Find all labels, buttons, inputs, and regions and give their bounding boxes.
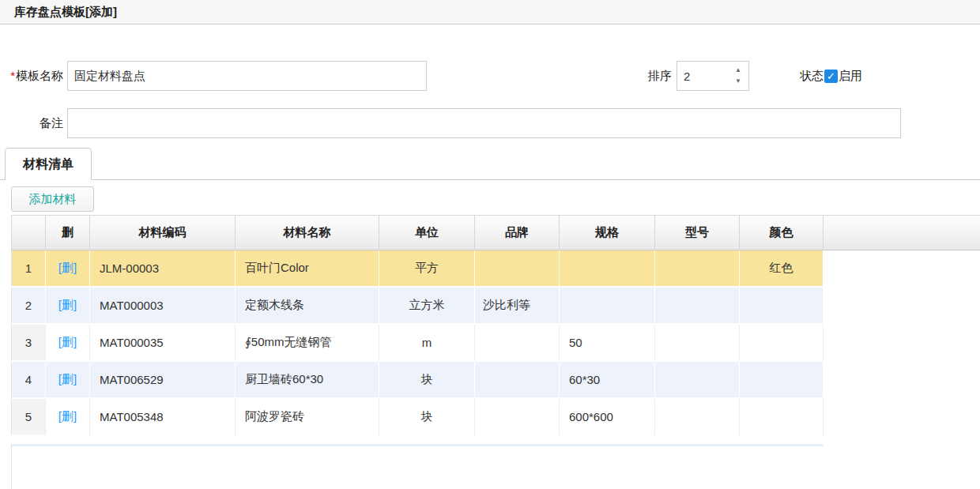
cell-model [655,325,740,362]
cell-material-name: 阿波罗瓷砖 [236,399,379,436]
row-index-cell: 5 [11,399,46,436]
column-header: 型号 [655,215,740,250]
spinner-up-icon[interactable]: ▲ [735,67,741,73]
cell-brand [475,362,560,399]
cell-unit: 平方 [379,250,475,288]
page-title: 库存盘点模板[添加] [0,0,980,24]
cell-material-name: 厨卫墙砖60*30 [236,362,379,399]
row-filler [824,325,980,362]
cell-unit: 块 [379,362,475,399]
template-name-input[interactable] [67,61,427,91]
cell-material-code: MAT000003 [90,288,236,325]
cell-unit: 立方米 [379,288,475,325]
column-header: 单位 [379,215,475,250]
row-filler [824,250,980,288]
row-filler [824,362,980,399]
cell-material-code: JLM-00003 [90,250,236,288]
cell-spec: 50 [560,325,655,362]
remark-input[interactable] [67,108,901,138]
row-delete-cell: [删] [46,250,90,288]
delete-row-link[interactable]: [删] [58,298,77,311]
cell-color [740,362,824,399]
column-header: 规格 [560,215,655,250]
cell-color: 红色 [740,250,824,288]
delete-row-link[interactable]: [删] [58,261,77,274]
column-header: 材料名称 [236,215,379,250]
delete-row-link[interactable]: [删] [58,409,77,423]
table-row: 3 [删] MAT000035 ∮50mm无缝钢管 m 50 [11,325,980,362]
column-header: 颜色 [740,215,824,250]
cell-model [655,250,740,288]
tab-bar: 材料清单 [0,149,980,180]
add-material-button[interactable]: 添加材料 [11,186,94,212]
cell-material-code: MAT006529 [90,362,236,399]
delete-row-link[interactable]: [删] [58,372,77,386]
row-delete-cell: [删] [46,399,90,436]
tab-material-list[interactable]: 材料清单 [5,148,92,180]
row-filler [824,399,980,436]
column-header [11,215,46,250]
panel-left-edge [11,444,12,489]
cell-spec [560,288,655,325]
delete-row-link[interactable]: [删] [58,335,77,348]
status-checkbox[interactable] [824,70,838,83]
row-filler [824,288,980,325]
row-index-cell: 2 [11,288,46,325]
cell-spec: 600*600 [560,399,655,436]
status-checkbox-label: 启用 [839,69,862,84]
cell-brand [475,250,560,288]
material-table: 删材料编码材料名称单位品牌规格型号颜色 1 [删] JLM-00003 百叶门C… [11,215,980,436]
column-header: 删 [46,215,90,250]
row-index-cell: 4 [11,362,46,399]
sort-label: 排序 [609,61,672,91]
column-header [824,215,980,250]
spinner-arrows: ▲ ▼ [735,61,741,91]
cell-unit: m [379,325,475,362]
cell-brand [475,325,560,362]
template-name-label: *模板名称 [0,61,63,91]
table-bottom-strip [12,444,824,446]
cell-material-name: 百叶门Color [236,250,379,288]
table-row: 4 [删] MAT006529 厨卫墙砖60*30 块 60*30 [11,362,980,399]
column-header: 材料编码 [90,215,236,250]
row-index-cell: 3 [11,325,46,362]
table-row: 2 [删] MAT000003 定额木线条 立方米 沙比利等 [11,288,980,325]
table-row: 5 [删] MAT005348 阿波罗瓷砖 块 600*600 [11,399,980,436]
row-delete-cell: [删] [46,362,90,399]
cell-spec [560,250,655,288]
column-header: 品牌 [475,215,560,250]
cell-model [655,288,740,325]
remark-label: 备注 [0,108,63,138]
status-field: 状态 启用 [800,61,862,91]
cell-color [740,325,824,362]
cell-unit: 块 [379,399,475,436]
row-delete-cell: [删] [46,325,90,362]
cell-material-name: ∮50mm无缝钢管 [236,325,379,362]
cell-model [655,362,740,399]
sort-spinner: ▲ ▼ [677,61,749,91]
cell-spec: 60*30 [560,362,655,399]
cell-brand [475,399,560,436]
cell-material-name: 定额木线条 [236,288,379,325]
inventory-template-add-page: 库存盘点模板[添加] *模板名称 排序 ▲ ▼ 状态 启用 备注 材料清单 添加… [0,0,980,489]
cell-brand: 沙比利等 [475,288,560,325]
table-header-row: 删材料编码材料名称单位品牌规格型号颜色 [11,215,980,250]
row-index-cell: 1 [11,250,46,288]
cell-color [740,399,824,436]
cell-model [655,399,740,436]
status-label: 状态 [800,69,824,84]
cell-material-code: MAT005348 [90,399,236,436]
required-asterisk: * [10,69,15,82]
cell-material-code: MAT000035 [90,325,236,362]
row-delete-cell: [删] [46,288,90,325]
table-row: 1 [删] JLM-00003 百叶门Color 平方 红色 [11,250,980,288]
cell-color [740,288,824,325]
spinner-down-icon[interactable]: ▼ [735,78,741,85]
